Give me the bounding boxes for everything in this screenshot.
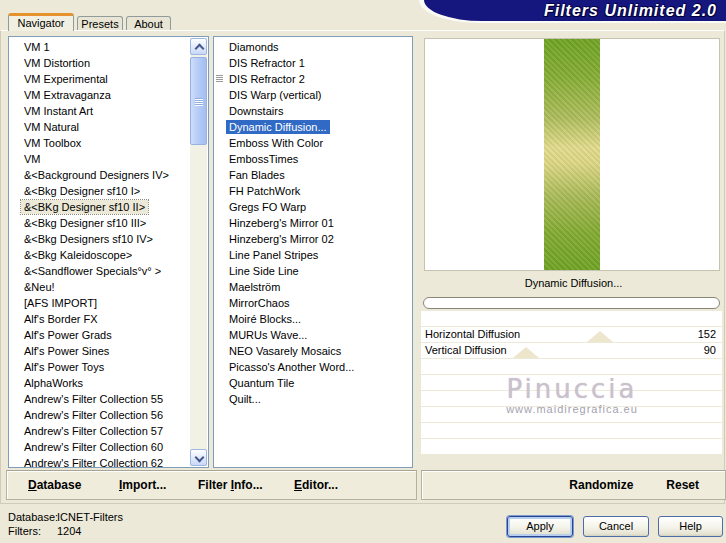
- list-item[interactable]: DIS Refractor 2: [214, 71, 412, 87]
- editor-button[interactable]: Editor...: [294, 478, 338, 492]
- list-item[interactable]: Diamonds: [214, 39, 412, 55]
- empty-row: [421, 375, 722, 390]
- empty-row: [421, 391, 722, 406]
- list-item[interactable]: Line Side Line: [214, 263, 412, 279]
- list-item-label: &<Sandflower Specials°v° >: [21, 264, 164, 278]
- list-item[interactable]: Emboss With Color: [214, 135, 412, 151]
- filter-listbox[interactable]: DiamondsDIS Refractor 1DIS Refractor 2DI…: [213, 36, 413, 468]
- empty-row: [421, 407, 722, 422]
- list-item-label: VM: [21, 152, 44, 166]
- list-item-label: VM Distortion: [21, 56, 93, 70]
- list-item[interactable]: &<Background Designers IV>: [9, 167, 191, 183]
- list-item[interactable]: Quilt...: [214, 391, 412, 407]
- list-item[interactable]: AlphaWorks: [9, 375, 191, 391]
- list-item-label: Line Side Line: [226, 264, 302, 278]
- list-item-label: Emboss With Color: [226, 136, 326, 150]
- list-item[interactable]: VM Experimental: [9, 71, 191, 87]
- list-item[interactable]: VM Distortion: [9, 55, 191, 71]
- list-item[interactable]: VM Toolbox: [9, 135, 191, 151]
- list-item[interactable]: Hinzeberg's Mirror 01: [214, 215, 412, 231]
- list-item[interactable]: Quantum Tile: [214, 375, 412, 391]
- list-item[interactable]: Line Panel Stripes: [214, 247, 412, 263]
- category-listbox[interactable]: VM 1VM DistortionVM ExperimentalVM Extra…: [8, 36, 209, 468]
- list-item[interactable]: [AFS IMPORT]: [9, 295, 191, 311]
- filter-info-button[interactable]: Filter Info...: [198, 478, 263, 492]
- filters-unlimited-dialog: Filters Unlimited 2.0 Navigator Presets …: [0, 0, 726, 543]
- list-item[interactable]: Fan Blades: [214, 167, 412, 183]
- tab-presets[interactable]: Presets: [77, 16, 123, 31]
- scroll-down-button[interactable]: [190, 449, 207, 466]
- scrollbar-thumb[interactable]: [190, 57, 207, 145]
- list-item[interactable]: Alf's Border FX: [9, 311, 191, 327]
- list-item-label: Andrew's Filter Collection 56: [21, 408, 166, 422]
- slider-thumb[interactable]: [513, 347, 539, 358]
- list-item-label: Quilt...: [226, 392, 264, 406]
- list-item[interactable]: Maelström: [214, 279, 412, 295]
- list-item[interactable]: Hinzeberg's Mirror 02: [214, 231, 412, 247]
- list-item[interactable]: &<Bkg Kaleidoscope>: [9, 247, 191, 263]
- empty-row: [421, 359, 722, 374]
- empty-row: [421, 423, 722, 438]
- slider-row[interactable]: Horizontal Diffusion152: [421, 327, 722, 342]
- list-item-label: &<Bkg Designers sf10 IV>: [21, 232, 156, 246]
- list-item[interactable]: NEO Vasarely Mosaics: [214, 343, 412, 359]
- list-item[interactable]: &<Sandflower Specials°v° >: [9, 263, 191, 279]
- list-item[interactable]: Andrew's Filter Collection 57: [9, 423, 191, 439]
- status-database-label: Database:: [8, 511, 58, 523]
- chevron-up-icon: [195, 44, 205, 54]
- apply-button[interactable]: Apply: [507, 516, 573, 537]
- list-item[interactable]: VM 1: [9, 39, 191, 55]
- list-item[interactable]: &<Bkg Designer sf10 I>: [9, 183, 191, 199]
- chevron-down-icon: [195, 453, 205, 463]
- list-item[interactable]: MirrorChaos: [214, 295, 412, 311]
- randomize-button[interactable]: Randomize: [569, 478, 633, 492]
- list-item[interactable]: Dynamic Diffusion...: [214, 119, 412, 135]
- list-item[interactable]: Alf's Power Sines: [9, 343, 191, 359]
- list-item[interactable]: Alf's Power Grads: [9, 327, 191, 343]
- list-item[interactable]: Alf's Power Toys: [9, 359, 191, 375]
- list-item[interactable]: DIS Refractor 1: [214, 55, 412, 71]
- list-item-label: &<Background Designers IV>: [21, 168, 172, 182]
- list-item[interactable]: VM Extravaganza: [9, 87, 191, 103]
- list-item[interactable]: &Neu!: [9, 279, 191, 295]
- list-item[interactable]: FH PatchWork: [214, 183, 412, 199]
- slider-rows: Horizontal Diffusion152Vertical Diffusio…: [421, 311, 722, 455]
- list-item[interactable]: VM Instant Art: [9, 103, 191, 119]
- list-item-label: &<Bkg Kaleidoscope>: [21, 248, 135, 262]
- slider-row[interactable]: Vertical Diffusion90: [421, 343, 722, 358]
- help-button[interactable]: Help: [658, 516, 723, 537]
- list-item[interactable]: Moiré Blocks...: [214, 311, 412, 327]
- list-item[interactable]: VM: [9, 151, 191, 167]
- scroll-up-button[interactable]: [190, 38, 207, 55]
- tab-navigator[interactable]: Navigator: [8, 13, 74, 31]
- cancel-button[interactable]: Cancel: [583, 516, 649, 537]
- list-item[interactable]: Downstairs: [214, 103, 412, 119]
- list-item-label: DIS Warp (vertical): [226, 88, 325, 102]
- list-item[interactable]: DIS Warp (vertical): [214, 87, 412, 103]
- list-item[interactable]: &<Bkg Designer sf10 III>: [9, 215, 191, 231]
- title-banner: Filters Unlimited 2.0: [424, 0, 726, 21]
- reset-button[interactable]: Reset: [666, 478, 699, 492]
- list-item-label: Alf's Power Grads: [21, 328, 115, 342]
- list-item-label: NEO Vasarely Mosaics: [226, 344, 344, 358]
- import-button[interactable]: Import...: [119, 478, 166, 492]
- list-item[interactable]: VM Natural: [9, 119, 191, 135]
- progress-bar: [423, 297, 720, 309]
- tab-about[interactable]: About: [126, 16, 171, 31]
- list-item[interactable]: MURUs Wave...: [214, 327, 412, 343]
- list-item[interactable]: Picasso's Another Word...: [214, 359, 412, 375]
- list-item[interactable]: Andrew's Filter Collection 60: [9, 439, 191, 455]
- list-item[interactable]: Andrew's Filter Collection 55: [9, 391, 191, 407]
- slider-value: 152: [698, 327, 716, 342]
- list-item[interactable]: Andrew's Filter Collection 56: [9, 407, 191, 423]
- list-item[interactable]: &<Bkg Designers sf10 IV>: [9, 231, 191, 247]
- list-item[interactable]: Gregs FO Warp: [214, 199, 412, 215]
- list-item-label: Hinzeberg's Mirror 01: [226, 216, 337, 230]
- database-button[interactable]: Database: [28, 478, 81, 492]
- list-item[interactable]: EmbossTimes: [214, 151, 412, 167]
- category-scrollbar[interactable]: [190, 38, 207, 466]
- list-item[interactable]: &<BKg Designer sf10 II>: [9, 199, 191, 215]
- list-item[interactable]: Andrew's Filter Collection 62: [9, 455, 191, 468]
- list-item-label: VM Experimental: [21, 72, 111, 86]
- slider-thumb[interactable]: [587, 331, 613, 342]
